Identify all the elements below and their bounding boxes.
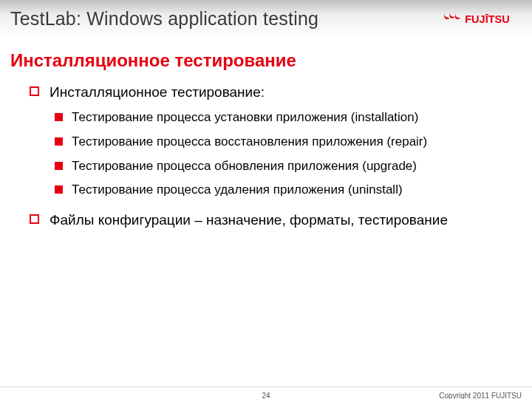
list-item: Тестирование процесса установки приложен…: [55, 109, 510, 126]
content-list: Инсталляционное тестирование: Тестирован…: [30, 83, 510, 230]
list-item: Инсталляционное тестирование:: [30, 83, 510, 102]
footer: 24 Copyright 2011 FUJITSU: [0, 386, 532, 392]
bullet-solid-icon: [55, 137, 63, 146]
header-title: TestLab: Windows application testing: [10, 8, 443, 30]
list-item-text: Тестирование процесса удаления приложени…: [72, 182, 403, 199]
bullet-hollow-icon: [30, 214, 39, 224]
list-item-text: Инсталляционное тестирование:: [50, 83, 265, 102]
logo-text: FUJĪTSU: [465, 13, 510, 25]
fujitsu-logo: FUJĪTSU: [443, 7, 522, 30]
page-number: 24: [262, 392, 270, 399]
list-item-text: Файлы конфигурации – назначение, форматы…: [50, 211, 448, 230]
copyright: Copyright 2011 FUJITSU: [439, 392, 522, 399]
list-item: Тестирование процесса обновления приложе…: [55, 158, 510, 175]
list-item: Тестирование процесса удаления приложени…: [55, 182, 510, 199]
list-item: Файлы конфигурации – назначение, форматы…: [30, 211, 510, 230]
header-bar: TestLab: Windows application testing FUJ…: [0, 0, 532, 37]
list-item: Тестирование процесса восстановления при…: [55, 134, 510, 151]
bullet-solid-icon: [55, 162, 63, 170]
list-item-text: Тестирование процесса установки приложен…: [72, 109, 418, 126]
slide: TestLab: Windows application testing FUJ…: [0, 0, 532, 399]
list-item-text: Тестирование процесса обновления приложе…: [72, 158, 417, 175]
bullet-solid-icon: [55, 185, 63, 194]
slide-subtitle: Инсталляционное тестирование: [10, 50, 532, 71]
bullet-solid-icon: [55, 113, 63, 121]
bullet-hollow-icon: [30, 86, 39, 96]
list-item-text: Тестирование процесса восстановления при…: [72, 134, 427, 151]
